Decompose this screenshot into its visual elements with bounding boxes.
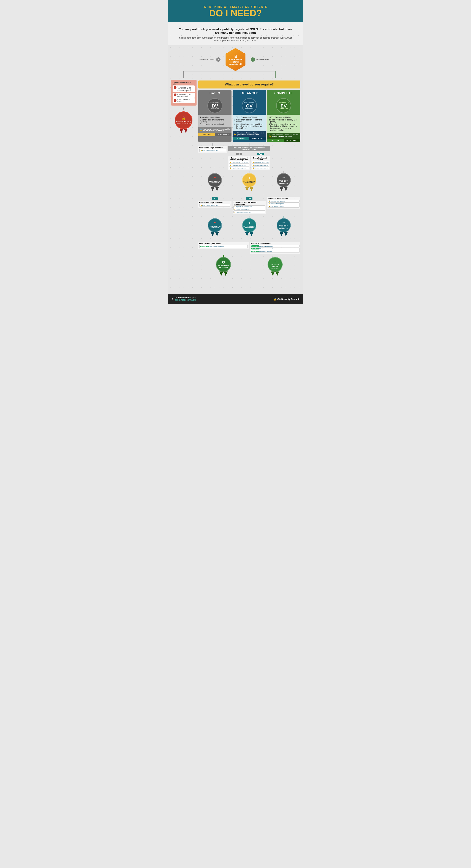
example-inc-badge: Example, Inc xyxy=(200,246,209,247)
ev-features: 1 EV is Extended Validation 2 It also of… xyxy=(267,115,300,133)
multi-ov-example: Example of a multi-domain 🔒 https://www.… xyxy=(267,197,300,209)
private-trust-badge: 🔒 YOU NEED A PRIVATE TRUST CERTIFICATE xyxy=(171,112,197,133)
dv-sub-question: Does your certificate need more than one… xyxy=(228,146,270,151)
dv-line-2 xyxy=(249,143,249,146)
arrow-line-multi-dv xyxy=(283,171,284,173)
ov-outcomes: 📍 BUY A SINGLE OV CERTIFICATE xyxy=(198,216,300,236)
secure-icon-m2: 🔒 xyxy=(252,164,254,166)
secure-icon-mov1: 🔒 xyxy=(269,200,270,202)
buy-single-ev-area: 🛡 BUY A SINGLE EV CERTIFICATE xyxy=(198,255,249,276)
ev-placeholder-top xyxy=(271,143,300,170)
dv-domain-question: 🔒 How many domains do you need to protec… xyxy=(198,127,232,133)
check-icon: ✓ xyxy=(251,57,255,62)
buy-multi-ov: ⋯ BUY A MULTI-DOMAIN CERTIFICATE xyxy=(277,218,291,236)
ev-domain-buttons: JUST ONE MORE THAN 1 xyxy=(267,138,300,142)
single-dv-title: Example of a single DV domain xyxy=(199,147,226,149)
ribbon-sov-r xyxy=(215,232,219,236)
cert-columns: BASIC YOU NEED A DV CERTIFICATE 1 DV xyxy=(198,90,300,142)
secure-icon-1: 🔒 xyxy=(200,150,202,151)
example-text-2: A reserved TLD, like casecurity.local xyxy=(177,93,194,97)
ev-flow-section: Example of single EV domain Example, Inc… xyxy=(198,240,300,276)
wildcard-dv-title: Example of a wildcard domain - *.example… xyxy=(229,157,249,161)
x-icon: ✕ xyxy=(216,57,221,62)
ev-domain-question: 🔒 How many domains do you need to protec… xyxy=(267,133,300,138)
ribbon-wdv-l xyxy=(245,187,249,191)
buy-single-ov: 📍 BUY A SINGLE OV CERTIFICATE xyxy=(208,218,222,236)
arrow-line-multi-ev xyxy=(275,255,275,257)
single-ev-example: Example of single EV domain Example, Inc… xyxy=(198,242,249,249)
example-num-3: 3 xyxy=(174,99,176,102)
asterisk-icon-ov: ✳ xyxy=(248,222,250,225)
example-badge-mev1: Example, Inc xyxy=(251,245,259,247)
ev-feature-1: 1 EV is Extended Validation xyxy=(269,116,299,118)
shield-icon-ev: 🛡 xyxy=(222,261,225,265)
ev-badge-area: YOU NEED AN EV CERTIFICATE xyxy=(267,97,300,115)
dv-domain-buttons: JUST ONE MORE THAN 1 xyxy=(198,133,232,136)
ov-badge-area: YOU NEED AN OV CERTIFICATE xyxy=(233,97,266,115)
example-badge-mev2: Example, Inc xyxy=(251,248,259,249)
ov-more-than-1: MORE THAN 1 xyxy=(249,137,266,140)
ribbon-sdv-r xyxy=(215,187,219,191)
basic-header: BASIC xyxy=(198,90,232,97)
right-panel: What trust level do you require? BASIC Y… xyxy=(198,80,300,276)
dv-subflow: Example of a single DV domain 🔒 https://… xyxy=(198,143,300,170)
unregistered-label: UNREGISTERED xyxy=(200,58,215,61)
ov-branches: NO Example of a single OV domain 🔒 https… xyxy=(198,197,300,215)
ribbon-wov-l xyxy=(245,232,249,236)
dv-more-flow: Does your certificate need more than one… xyxy=(228,143,270,170)
unregistered-example-3: 3 A reserved IP, like 127.0.0.1 xyxy=(173,98,195,103)
complete-column: COMPLETE YOU NEED AN EV CERTIFICATE 1 xyxy=(267,90,300,142)
secure-icon-wov3: 🔒 xyxy=(234,211,236,213)
dv-features: 1 DV is Domain-Validated 2 It offers ses… xyxy=(198,115,232,127)
buy-wildcard-dv-area: ✳ BUY A WILDCARD CERTIFICATE xyxy=(233,171,266,191)
dv-feature-3: 3 It doesn't convey your brand xyxy=(200,123,230,125)
buy-wildcard-dv: ✳ BUY A WILDCARD CERTIFICATE xyxy=(242,173,256,191)
domain-question-text: Is your domain registered or unregistere… xyxy=(225,59,246,65)
secure-icon-wov1: 🔒 xyxy=(234,206,236,207)
dv-type: DV xyxy=(212,103,218,108)
secure-icon-mov3: 🔒 xyxy=(269,206,270,207)
dv-more-than-1: MORE THAN 1 xyxy=(215,133,232,136)
buy-single-ov-text: BUY A SINGLE OV CERTIFICATE xyxy=(208,225,222,229)
example-num-2: 2 xyxy=(174,93,176,96)
secure-icon-m1: 🔒 xyxy=(252,161,254,163)
ov-badge: YOU NEED AN OV CERTIFICATE xyxy=(242,98,257,113)
header: What kind of SSL/TLS Certificate Do I Ne… xyxy=(168,0,303,22)
ev-more-than-1: MORE THAN 1 xyxy=(284,138,300,142)
ribbon-mdv-l xyxy=(279,187,283,191)
ov-multi-side: YES Example of a wildcard domain - *.exa… xyxy=(233,197,266,215)
multi-ev-example: Example of a multi-domain Example, Inc h… xyxy=(250,242,300,254)
buy-multi-ev-area: ⋯ BUY A MULTI-DOMAIN CERTIFICATE xyxy=(250,255,300,276)
dots-icon-dv: ⋯ xyxy=(282,176,285,179)
ribbon-right xyxy=(184,129,188,133)
lock-icon-dv: 🔒 xyxy=(199,128,202,131)
footer-url: https://casecurity.org xyxy=(175,299,196,301)
buy-wildcard-ov: ✳ BUY A WILDCARD CERTIFICATE xyxy=(242,218,256,236)
multi-dv-title: Example of a multi-domain xyxy=(251,157,269,161)
buy-multi-dv-area: ⋯ BUY A MULTI-DOMAIN CERTIFICATE xyxy=(267,171,300,191)
dv-no-yes: NO Example of a wildcard domain - *.exam… xyxy=(228,152,270,170)
buy-wildcard-ov-text: BUY A WILDCARD CERTIFICATE xyxy=(243,225,256,229)
secure-icon-mov2: 🔒 xyxy=(269,203,270,204)
complete-header: COMPLETE xyxy=(267,90,300,97)
dv-no-side: NO Example of a wildcard domain - *.exam… xyxy=(228,152,250,170)
unregistered-example-2: 2 A reserved TLD, like casecurity.local xyxy=(173,93,195,98)
lock-icon-footer: 🔒 xyxy=(273,298,277,301)
buy-multi-ev-text: BUY A MULTI-DOMAIN CERTIFICATE xyxy=(268,264,282,269)
ribbon-sev-r xyxy=(224,272,228,276)
ov-domain-buttons: JUST ONE MORE THAN 1 xyxy=(233,137,266,140)
secure-icon-sov: 🔒 xyxy=(200,205,202,206)
unregistered-example-1: 1 An unregistered top-level-domain (TLD)… xyxy=(173,86,195,92)
ribbon-mdv-r xyxy=(284,187,288,191)
example-num-1: 1 xyxy=(174,86,176,89)
dv-line-1 xyxy=(212,143,213,146)
enhanced-column: ENHANCED YOU NEED AN OV CERTIFICATE 1 xyxy=(233,90,266,142)
lock-icon-ev: 🔒 xyxy=(268,134,271,137)
header-title: Do I Need? xyxy=(172,8,300,18)
single-ov-title: Example of a single OV domain xyxy=(199,202,231,204)
ev-multi-area: Example of a multi-domain Example, Inc h… xyxy=(250,242,300,254)
single-ov-example: Example of a single OV domain 🔒 https://… xyxy=(198,200,232,208)
ribbon-wov-r xyxy=(249,232,254,236)
ribbon-left xyxy=(179,129,183,133)
intro-section: You may not think you need a publicly re… xyxy=(168,22,303,45)
